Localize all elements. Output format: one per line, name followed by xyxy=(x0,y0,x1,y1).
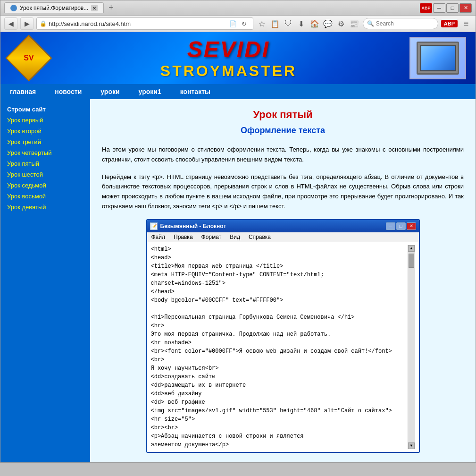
notepad-menu-file[interactable]: Файл xyxy=(150,233,167,241)
site-title-sub: STROYMASTER xyxy=(48,62,409,80)
code-line: <hr size="5"> xyxy=(151,415,408,424)
search-input[interactable] xyxy=(376,20,434,27)
notepad-maximize-button[interactable]: □ xyxy=(396,222,406,230)
search-box: 🔍 xyxy=(363,18,438,29)
notepad-window: 📝 Безымянный - Блокнот ─ □ ✕ Файл Правка… xyxy=(146,219,420,453)
sidebar-item-urok7[interactable]: Урок седьмой xyxy=(0,180,90,191)
code-line: <h1>Персональная страница Горбункова Сем… xyxy=(151,313,408,322)
address-input[interactable] xyxy=(49,20,227,27)
website-frame: SV SEVIDI STROYMASTER главная новости ур… xyxy=(0,32,476,462)
sidebar-item-urok5[interactable]: Урок пятый xyxy=(0,158,90,169)
sidebar-item-stroit-sayt[interactable]: Строим сайт xyxy=(0,104,90,115)
lock-icon: 🔒 xyxy=(40,20,47,27)
chat-button[interactable]: 💬 xyxy=(322,18,334,29)
notepad-win-buttons: ─ □ ✕ xyxy=(386,222,416,230)
site-title-area: SEVIDI STROYMASTER xyxy=(48,36,409,80)
code-line: элементом документа</p> xyxy=(151,441,408,449)
notepad-title-text: Безымянный - Блокнот xyxy=(160,223,386,230)
new-tab-button[interactable]: + xyxy=(106,3,117,13)
sidebar-item-urok2[interactable]: Урок второй xyxy=(0,126,90,136)
scrollbar-up-arrow[interactable]: ▲ xyxy=(408,245,415,252)
article-para2: Перейдем к тэгу <p>. HTML страницу невоз… xyxy=(102,172,464,212)
main-content: Урок пятый Оформление текста На этом уро… xyxy=(90,99,476,462)
scrollbar-thumb[interactable] xyxy=(409,254,414,268)
tab-title: Урок пятый.Форматиров... xyxy=(20,5,88,11)
notepad-menu-edit[interactable]: Правка xyxy=(172,233,194,241)
site-header: SV SEVIDI STROYMASTER xyxy=(0,32,476,84)
notepad-menubar: Файл Правка Формат Вид Справка xyxy=(147,232,419,242)
code-line: charset=windows-1251"> xyxy=(151,279,408,288)
code-line: <br><font color="#0000FF">Я освою web ди… xyxy=(151,347,408,356)
monitor-screen xyxy=(420,45,456,71)
window-controls: ABP ─ □ ✕ xyxy=(420,3,472,13)
sidebar-item-urok9[interactable]: Урок девятый xyxy=(0,202,90,212)
back-button[interactable]: ◀ xyxy=(4,17,17,30)
browser-tab[interactable]: Урок пятый.Форматиров... ✕ xyxy=(4,2,104,13)
toolbar-icons: ☆ 📋 🛡 ⬇ 🏠 💬 ⚙ 📰 xyxy=(256,18,360,29)
home-button[interactable]: 🏠 xyxy=(309,18,320,29)
code-line: <dd>веб дизайну xyxy=(151,390,408,398)
abp-title-icon[interactable]: ABP xyxy=(420,3,432,13)
scrollbar-down-arrow[interactable]: ▼ xyxy=(408,442,415,449)
refresh-button[interactable]: ↻ xyxy=(239,18,250,29)
code-line: Я хочу научиться<br> xyxy=(151,364,408,373)
tab-close-button[interactable]: ✕ xyxy=(91,5,98,11)
code-line: Это моя первая страничка. Продолжаю над … xyxy=(151,330,408,339)
abp-button[interactable]: ABP xyxy=(441,20,458,27)
browser-menu-button[interactable]: ≡ xyxy=(460,18,472,29)
code-line: <meta HTTP-EQUIV="Content-type" CONTENT=… xyxy=(151,271,408,279)
minimize-button[interactable]: ─ xyxy=(433,3,445,13)
article-title: Урок пятый xyxy=(102,109,464,121)
notepad-minimize-button[interactable]: ─ xyxy=(386,222,395,230)
code-line: <hr> xyxy=(151,322,408,330)
site-logo: SV xyxy=(10,39,48,77)
nav-item-uroki1[interactable]: уроки1 xyxy=(129,84,171,99)
nav-item-uroki[interactable]: уроки xyxy=(91,84,129,99)
download-button[interactable]: ⬇ xyxy=(296,18,307,29)
nav-item-novosti[interactable]: новости xyxy=(45,84,91,99)
sidebar-item-urok8[interactable]: Урок восьмой xyxy=(0,191,90,202)
code-line: </head> xyxy=(151,288,408,296)
bookmark-star-button[interactable]: ☆ xyxy=(256,18,267,29)
maximize-button[interactable]: □ xyxy=(446,3,459,13)
tab-favicon-icon xyxy=(10,5,17,11)
notepad-close-button[interactable]: ✕ xyxy=(407,222,416,230)
sidebar-item-urok3[interactable]: Урок третий xyxy=(0,136,90,147)
notepad-menu-format[interactable]: Формат xyxy=(200,233,223,241)
toolbar: ◀ ▶ 🔒 📄 ↻ ☆ 📋 🛡 ⬇ 🏠 💬 ⚙ 📰 🔍 ABP ≡ xyxy=(0,16,476,32)
notepad-text-area[interactable]: <html> <head> <title>Моя первая web стра… xyxy=(151,245,408,449)
shield-button[interactable]: 🛡 xyxy=(283,18,294,29)
close-button[interactable]: ✕ xyxy=(459,3,472,13)
code-line: <title>Моя первая web страница </title> xyxy=(151,262,408,271)
notepad-content: <html> <head> <title>Моя первая web стра… xyxy=(147,242,419,452)
code-line: <br><br> xyxy=(151,424,408,432)
nav-item-glavnaya[interactable]: главная xyxy=(0,84,45,99)
sidebar-item-urok1[interactable]: Урок первый xyxy=(0,115,90,126)
site-title-main: SEVIDI xyxy=(48,36,409,62)
logo-text: SV xyxy=(24,54,33,62)
apps-button[interactable]: ⚙ xyxy=(335,18,347,29)
history-button[interactable]: 📰 xyxy=(349,18,360,29)
code-line: <br> xyxy=(151,356,408,364)
code-line: <body bgcolor="#00CCFF" text="#FFFF00"> xyxy=(151,296,408,305)
forward-button[interactable]: ▶ xyxy=(20,17,33,30)
browser-window: Урок пятый.Форматиров... ✕ + ABP ─ □ ✕ ◀… xyxy=(0,0,476,463)
notepad-icon: 📝 xyxy=(150,222,158,230)
nav-item-kontakty[interactable]: контакты xyxy=(171,84,220,99)
bookmark-page-button[interactable]: 📄 xyxy=(227,18,239,29)
search-icon: 🔍 xyxy=(367,20,374,27)
notepad-menu-view[interactable]: Вид xyxy=(228,233,242,241)
bookmarks-button[interactable]: 📋 xyxy=(269,18,281,29)
code-line: <img src="images/sv1.gif" width="553" he… xyxy=(151,407,408,415)
sidebar: Строим сайт Урок первый Урок второй Урок… xyxy=(0,99,90,462)
monitor-icon xyxy=(417,42,459,75)
code-line: <dd>размещать их в интернете xyxy=(151,381,408,390)
code-line: <p>Абзац начинается с новой строки и явл… xyxy=(151,432,408,441)
notepad-menu-help[interactable]: Справка xyxy=(247,233,272,241)
site-header-image xyxy=(409,37,466,79)
sidebar-item-urok4[interactable]: Урок четвертый xyxy=(0,147,90,158)
article-para1: На этом уроке мы поговорим о стилевом оф… xyxy=(102,145,464,165)
code-line: <dd> веб графике xyxy=(151,398,408,407)
code-line: <hr noshade> xyxy=(151,339,408,347)
sidebar-item-urok6[interactable]: Урок шестой xyxy=(0,169,90,180)
